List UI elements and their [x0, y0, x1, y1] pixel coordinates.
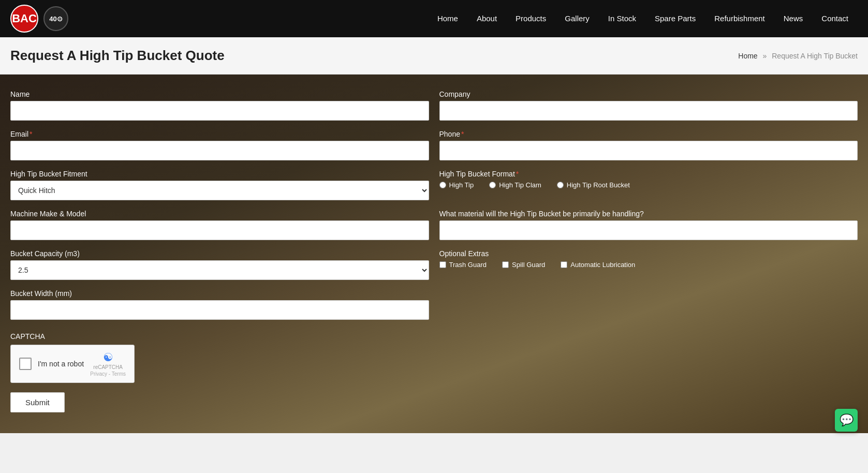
col-name: Name [10, 90, 429, 121]
email-req: * [30, 130, 32, 138]
nav-products[interactable]: Products [506, 0, 555, 37]
row-email-phone: Email* Phone* [10, 130, 858, 160]
breadcrumb: Home » Request A High Tip Bucket [738, 52, 858, 60]
company-label: Company [439, 90, 858, 98]
checkbox-spill-guard[interactable] [502, 261, 509, 268]
material-label: What material will the High Tip Bucket b… [439, 210, 858, 218]
col-format: High Tip Bucket Format* High Tip High Ti… [439, 170, 858, 200]
email-label: Email* [10, 130, 429, 138]
recaptcha-footer: Privacy - Terms [90, 371, 126, 377]
page-title: Request A High Tip Bucket Quote [10, 48, 225, 64]
extra-spill-guard[interactable]: Spill Guard [502, 261, 545, 269]
extra-trash-guard-label: Trash Guard [449, 261, 487, 269]
machine-label: Machine Make & Model [10, 210, 429, 218]
nav-spare-parts[interactable]: Spare Parts [645, 0, 705, 37]
breadcrumb-bar: Request A High Tip Bucket Quote Home » R… [0, 37, 868, 75]
checkbox-auto-lubrication[interactable] [561, 261, 567, 268]
quote-form: Name Company Email* Phon [10, 90, 858, 412]
phone-req: * [461, 130, 464, 138]
col-machine: Machine Make & Model [10, 210, 429, 240]
bac-logo: BAC [10, 5, 38, 33]
col-company: Company [439, 90, 858, 121]
width-label: Bucket Width (mm) [10, 289, 429, 298]
radio-root-bucket[interactable] [557, 182, 564, 188]
nav-news[interactable]: News [774, 0, 813, 37]
nav-contact[interactable]: Contact [812, 0, 858, 37]
capacity-label: Bucket Capacity (m3) [10, 249, 429, 258]
material-input[interactable] [439, 220, 858, 240]
email-input[interactable] [10, 141, 429, 160]
machine-input[interactable] [10, 220, 429, 240]
format-radio-high-tip-clam[interactable]: High Tip Clam [489, 181, 541, 189]
recaptcha-label: reCAPTCHA [93, 364, 123, 370]
chat-widget[interactable]: 💬 [835, 409, 858, 432]
extra-trash-guard[interactable]: Trash Guard [439, 261, 487, 269]
radio-root-bucket-label: High Tip Root Bucket [567, 181, 630, 189]
row-name-company: Name Company [10, 90, 858, 121]
phone-label: Phone* [439, 130, 858, 138]
nav-home[interactable]: Home [428, 0, 467, 37]
name-label: Name [10, 90, 429, 98]
format-req: * [516, 170, 519, 178]
logo-area: BAC 40⊙ [10, 5, 68, 33]
nav-links: Home About Products Gallery In Stock Spa… [428, 0, 858, 37]
fitment-select[interactable]: Quick Hitch Direct Fit Euro Hitch [10, 181, 429, 200]
width-input[interactable] [10, 300, 429, 320]
form-container: Name Company Email* Phon [0, 75, 868, 433]
capacity-select[interactable]: 1.5 2.0 2.5 3.0 3.5 [10, 260, 429, 280]
captcha-checkbox[interactable] [19, 358, 32, 370]
nav-in-stock[interactable]: In Stock [599, 0, 645, 37]
col-email: Email* [10, 130, 429, 160]
nav-about[interactable]: About [467, 0, 506, 37]
col-fitment: High Tip Bucket Fitment Quick Hitch Dire… [10, 170, 429, 200]
nav-refurbishment[interactable]: Refurbishment [705, 0, 774, 37]
checkbox-trash-guard[interactable] [439, 261, 446, 268]
extra-spill-guard-label: Spill Guard [512, 261, 545, 269]
radio-high-tip-clam-label: High Tip Clam [499, 181, 541, 189]
row-capacity-extras: Bucket Capacity (m3) 1.5 2.0 2.5 3.0 3.5… [10, 249, 858, 280]
radio-high-tip-clam[interactable] [489, 182, 496, 188]
submit-button[interactable]: Submit [10, 392, 65, 412]
nav-gallery[interactable]: Gallery [555, 0, 599, 37]
captcha-label: CAPTCHA [10, 332, 858, 341]
captcha-box: I'm not a robot ☯ reCAPTCHA Privacy - Te… [10, 345, 135, 383]
name-input[interactable] [10, 101, 429, 121]
breadcrumb-separator: » [763, 52, 767, 60]
radio-high-tip-label: High Tip [449, 181, 474, 189]
format-radio-root-bucket[interactable]: High Tip Root Bucket [557, 181, 630, 189]
extras-checkbox-group: Trash Guard Spill Guard Automatic Lubric… [439, 261, 858, 271]
fitment-label: High Tip Bucket Fitment [10, 170, 429, 178]
form-section: Name Company Email* Phon [0, 75, 868, 433]
col-extras: Optional Extras Trash Guard Spill Guard [439, 249, 858, 280]
extras-label: Optional Extras [439, 249, 858, 258]
captcha-logo: ☯ reCAPTCHA Privacy - Terms [90, 351, 126, 377]
col-width: Bucket Width (mm) [10, 289, 429, 320]
row-width: Bucket Width (mm) [10, 289, 858, 320]
col-material: What material will the High Tip Bucket b… [439, 210, 858, 240]
breadcrumb-home[interactable]: Home [738, 52, 757, 60]
extra-auto-lubrication-label: Automatic Lubrication [570, 261, 635, 269]
format-radio-group: High Tip High Tip Clam High Tip Root Buc… [439, 181, 858, 191]
row-machine-material: Machine Make & Model What material will … [10, 210, 858, 240]
col-phone: Phone* [439, 130, 858, 160]
col-capacity: Bucket Capacity (m3) 1.5 2.0 2.5 3.0 3.5 [10, 249, 429, 280]
extra-auto-lubrication[interactable]: Automatic Lubrication [561, 261, 635, 269]
main-nav: BAC 40⊙ Home About Products Gallery In S… [0, 0, 868, 37]
radio-high-tip[interactable] [439, 182, 446, 188]
captcha-text: I'm not a robot [38, 360, 84, 368]
format-radio-high-tip[interactable]: High Tip [439, 181, 474, 189]
format-label: High Tip Bucket Format* [439, 170, 858, 178]
phone-input[interactable] [439, 141, 858, 160]
anniversary-logo: 40⊙ [43, 6, 68, 31]
row-fitment-format: High Tip Bucket Fitment Quick Hitch Dire… [10, 170, 858, 200]
recaptcha-icon: ☯ [103, 351, 113, 364]
col-width-spacer [439, 289, 858, 320]
breadcrumb-current: Request A High Tip Bucket [772, 52, 858, 60]
company-input[interactable] [439, 101, 858, 121]
captcha-section: CAPTCHA I'm not a robot ☯ reCAPTCHA Priv… [10, 332, 858, 383]
